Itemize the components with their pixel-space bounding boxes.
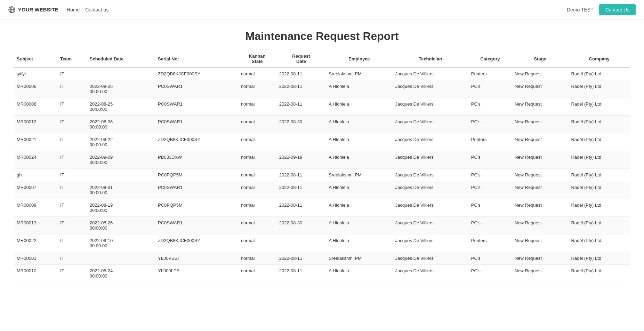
home-link[interactable]: Home bbox=[67, 7, 80, 13]
table-cell: MR00007 bbox=[14, 181, 57, 199]
table-cell: New Request bbox=[512, 217, 569, 234]
table-cell: PC0SWAR1 bbox=[155, 80, 238, 98]
table-cell: IT bbox=[57, 80, 87, 98]
table-cell: Radél (Pty) Ltd bbox=[568, 98, 630, 116]
table-cell: 2022-09-2200:00:00 bbox=[87, 133, 155, 151]
table-cell: PC's bbox=[468, 151, 512, 169]
table-cell: PC's bbox=[468, 181, 512, 199]
table-cell: MR00022 bbox=[14, 234, 57, 252]
table-cell bbox=[87, 169, 155, 181]
table-cell: New Request bbox=[512, 98, 569, 116]
table-cell: Jacques De Villiers bbox=[393, 217, 468, 234]
table-cell: New Request bbox=[512, 133, 569, 151]
table-cell: Printers bbox=[468, 234, 512, 252]
table-cell: A Hlohlela bbox=[326, 265, 392, 282]
table-cell: PC's bbox=[468, 116, 512, 133]
nav-links: Home Contact us bbox=[67, 7, 108, 13]
navbar: YOUR WEBSITE Home Contact us Demo TEST C… bbox=[0, 0, 644, 19]
table-cell: A Hlohlela bbox=[326, 234, 392, 252]
table-cell: IT bbox=[57, 98, 87, 116]
table-cell: IT bbox=[57, 217, 87, 234]
table-cell: A Hlohlela bbox=[326, 181, 392, 199]
table-cell: Sreelakshmi PM bbox=[326, 169, 392, 181]
table-row: ghITPC0PQP5Mnormal2022-08-11Sreelakshmi … bbox=[14, 169, 630, 181]
table-cell: PC's bbox=[468, 169, 512, 181]
table-cell: IT bbox=[57, 252, 87, 265]
table-cell: normal bbox=[238, 252, 276, 265]
table-cell: Jacques De Villiers bbox=[393, 151, 468, 169]
table-cell: New Request bbox=[512, 199, 569, 217]
table-cell: IT bbox=[57, 181, 87, 199]
table-cell: 2022-08-11 bbox=[276, 199, 326, 217]
table-cell: IT bbox=[57, 199, 87, 217]
table-cell: New Request bbox=[512, 169, 569, 181]
table-cell: New Request bbox=[512, 234, 569, 252]
table-row: MR00009IT2022-08-1900:00:00PC0PQP5Mnorma… bbox=[14, 199, 630, 217]
table-cell: Radél (Pty) Ltd bbox=[568, 68, 630, 80]
table-cell: MR00010 bbox=[14, 265, 57, 282]
table-cell: ZD2QB8KJCF000SY bbox=[155, 68, 238, 80]
demo-test-label[interactable]: Demo TEST bbox=[567, 7, 594, 13]
page-title: Maintenance Request Report bbox=[14, 19, 630, 50]
table-cell: MR00012 bbox=[14, 116, 57, 133]
table-cell: 2022-09-0900:00:00 bbox=[87, 151, 155, 169]
table-cell: 2022-08-11 bbox=[276, 181, 326, 199]
table-cell: IT bbox=[57, 234, 87, 252]
table-cell: PC's bbox=[468, 252, 512, 265]
table-cell: New Request bbox=[512, 181, 569, 199]
table-cell: Jacques De Villiers bbox=[393, 234, 468, 252]
navbar-left: YOUR WEBSITE Home Contact us bbox=[8, 6, 108, 13]
table-cell: Radél (Pty) Ltd bbox=[568, 199, 630, 217]
table-cell: Jacques De Villiers bbox=[393, 199, 468, 217]
table-cell: normal bbox=[238, 151, 276, 169]
table-cell: MR00006 bbox=[14, 80, 57, 98]
table-row: MR00013IT2022-08-2600:00:00PC0SWAR1norma… bbox=[14, 217, 630, 234]
table-cell: Radél (Pty) Ltd bbox=[568, 217, 630, 234]
table-row: jytfytITZD2QB8KJCF000SYnormal2022-08-11S… bbox=[14, 68, 630, 80]
table-cell: 2022-08-1900:00:00 bbox=[87, 199, 155, 217]
table-cell: MR00001 bbox=[14, 252, 57, 265]
table-cell: PC0SWAR1 bbox=[155, 181, 238, 199]
table-row: MR00022IT2022-09-1000:00:00ZD2QB8KJCF000… bbox=[14, 234, 630, 252]
table-row: MR00001ITYL00VSBTnormal2022-08-11Sreelak… bbox=[14, 252, 630, 265]
table-cell: New Request bbox=[512, 116, 569, 133]
table-cell: 2022-08-11 bbox=[276, 169, 326, 181]
table-cell: PC's bbox=[468, 199, 512, 217]
brand-name: YOUR WEBSITE bbox=[18, 7, 58, 13]
table-cell: Jacques De Villiers bbox=[393, 252, 468, 265]
table-cell: Jacques De Villiers bbox=[393, 169, 468, 181]
table-cell bbox=[276, 234, 326, 252]
table-row: MR00010IT2022-08-2400:00:00YL009LPSnorma… bbox=[14, 265, 630, 282]
table-row: MR00012IT2022-08-2600:00:00PC0SWAR1norma… bbox=[14, 116, 630, 133]
table-cell: jytfyt bbox=[14, 68, 57, 80]
table-cell: 2022-08-11 bbox=[276, 80, 326, 98]
col-scheduled-date: Scheduled Date bbox=[87, 50, 155, 68]
table-cell: Radél (Pty) Ltd bbox=[568, 80, 630, 98]
table-cell: Jacques De Villiers bbox=[393, 68, 468, 80]
col-serial-no: Serial No: bbox=[155, 50, 238, 68]
col-employee: Employee bbox=[326, 50, 392, 68]
table-cell: Radél (Pty) Ltd bbox=[568, 181, 630, 199]
table-cell: PB033DXW bbox=[155, 151, 238, 169]
table-cell: 2022-08-11 bbox=[276, 98, 326, 116]
table-cell: Sreelakshmi PM bbox=[326, 68, 392, 80]
table-cell: Radél (Pty) Ltd bbox=[568, 252, 630, 265]
table-cell: PC's bbox=[468, 217, 512, 234]
table-cell: MR00008 bbox=[14, 98, 57, 116]
table-cell: Printers bbox=[468, 133, 512, 151]
table-cell: PC's bbox=[468, 265, 512, 282]
table-cell bbox=[276, 133, 326, 151]
table-cell: 2022-08-11 bbox=[276, 252, 326, 265]
contact-link[interactable]: Contact us bbox=[85, 7, 108, 13]
table-cell: MR00021 bbox=[14, 133, 57, 151]
contact-us-button[interactable]: Contact Us bbox=[599, 4, 636, 15]
table-cell: PC0SWAR1 bbox=[155, 116, 238, 133]
table-cell: A Hlohlela bbox=[326, 199, 392, 217]
table-cell: normal bbox=[238, 116, 276, 133]
table-cell: 2022-08-30 bbox=[276, 116, 326, 133]
table-cell: 2022-08-2600:00:00 bbox=[87, 116, 155, 133]
col-company: Company bbox=[568, 50, 630, 68]
table-cell: normal bbox=[238, 98, 276, 116]
table-cell: A Hlohlela bbox=[326, 133, 392, 151]
table-cell: New Request bbox=[512, 265, 569, 282]
